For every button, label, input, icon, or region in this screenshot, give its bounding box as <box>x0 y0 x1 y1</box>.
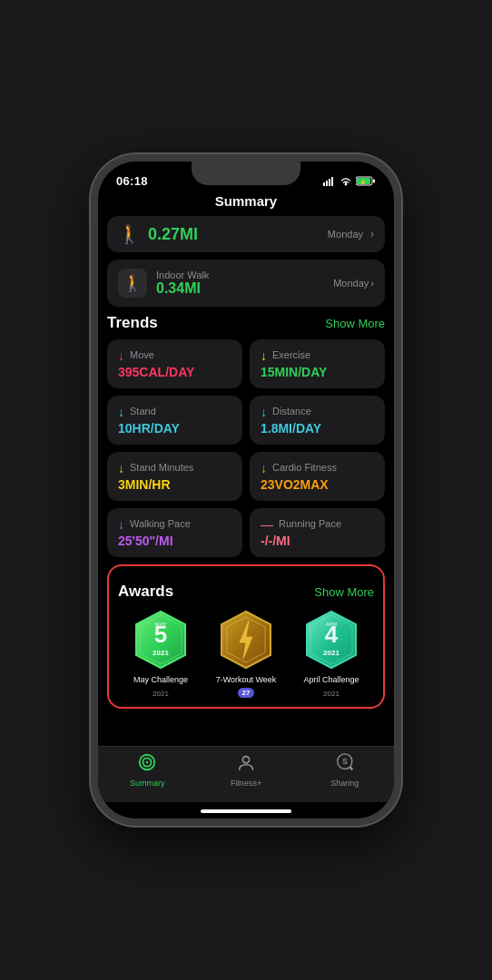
walking-pace-arrow: ↓ <box>118 517 124 532</box>
move-arrow: ↓ <box>118 348 124 363</box>
trend-distance: ↓ Distance 1.8MI/DAY <box>250 396 385 445</box>
walking-pace-label: Walking Pace <box>130 518 191 529</box>
status-bar: 06:18 ⚡ <box>98 162 394 191</box>
indoor-walk-label: Indoor Walk <box>156 270 324 280</box>
trend-cardio: ↓ Cardio Fitness 23VO2MAX <box>250 452 385 501</box>
awards-show-more[interactable]: Show More <box>314 585 374 599</box>
indoor-walk-icon: 🚶 <box>123 273 143 293</box>
svg-text:2021: 2021 <box>323 649 339 657</box>
trend-running-pace: — Running Pace -/-/MI <box>250 508 385 557</box>
indoor-walk-value: 0.34MI <box>156 280 324 297</box>
trends-title: Trends <box>107 314 158 332</box>
stand-min-label: Stand Minutes <box>130 462 193 473</box>
walk1-chevron: › <box>370 228 374 240</box>
indoor-walk-info: Indoor Walk 0.34MI <box>156 270 324 297</box>
april-award-name: April Challenge <box>303 675 359 686</box>
battery-icon: ⚡ <box>356 176 376 186</box>
svg-text:S: S <box>342 758 348 766</box>
svg-rect-6 <box>373 180 375 183</box>
home-indicator-container <box>98 802 394 818</box>
stand-min-arrow: ↓ <box>118 461 124 475</box>
wifi-icon <box>339 177 352 186</box>
running-pace-value: -/-/MI <box>261 534 374 548</box>
tab-sharing[interactable]: S Sharing <box>295 752 394 788</box>
trends-header: Trends Show More <box>107 314 385 332</box>
indoor-walk-icon-bg: 🚶 <box>118 269 147 298</box>
awards-section: Awards Show More <box>107 564 385 709</box>
tab-bar: Summary Fitness+ S Sharin <box>98 746 394 802</box>
exercise-label: Exercise <box>272 349 310 360</box>
trend-stand-minutes: ↓ Stand Minutes 3MIN/HR <box>107 452 242 501</box>
cardio-value: 23VO2MAX <box>261 477 374 492</box>
nav-title: Summary <box>98 191 394 216</box>
may-award-name: May Challenge <box>133 675 188 686</box>
workout-badge <box>214 608 278 671</box>
award-may[interactable]: 5 2021 MAY May Challenge 2021 <box>124 608 197 698</box>
tab-fitness[interactable]: Fitness+ <box>197 752 296 788</box>
indoor-walk-day: Monday › <box>333 278 374 289</box>
trends-grid: ↓ Move 395CAL/DAY ↓ Exercise 15MIN/DAY <box>107 339 385 557</box>
trend-walking-pace: ↓ Walking Pace 25'50"/MI <box>107 508 242 557</box>
activity-row-walk1: 🚶 0.27MI Monday › <box>107 216 385 252</box>
fitness-icon <box>236 752 256 777</box>
distance-arrow: ↓ <box>261 405 267 419</box>
exercise-arrow: ↓ <box>261 348 267 363</box>
walk1-icon: 🚶 <box>118 223 141 245</box>
sharing-icon: S <box>335 752 355 777</box>
stand-label: Stand <box>130 406 156 416</box>
workout-count: 27 <box>238 688 255 698</box>
trend-move: ↓ Move 395CAL/DAY <box>107 339 242 388</box>
stand-min-value: 3MIN/HR <box>118 477 231 492</box>
activity-row-indoor: 🚶 Indoor Walk 0.34MI Monday › <box>107 260 385 307</box>
exercise-value: 15MIN/DAY <box>261 365 374 379</box>
walk1-value: 0.27MI <box>148 225 320 244</box>
tab-summary-label: Summary <box>130 779 165 788</box>
may-award-year: 2021 <box>153 690 169 698</box>
phone-frame: 06:18 ⚡ <box>91 154 401 826</box>
svg-text:APR: APR <box>326 622 338 627</box>
trends-show-more[interactable]: Show More <box>325 317 385 330</box>
awards-grid: 5 2021 MAY May Challenge 2021 <box>118 608 374 698</box>
running-pace-label: Running Pace <box>279 518 341 529</box>
distance-value: 1.8MI/DAY <box>261 421 374 436</box>
status-icons: ⚡ <box>323 176 376 186</box>
signal-icon <box>323 177 336 186</box>
svg-point-24 <box>242 757 249 763</box>
stand-arrow: ↓ <box>118 405 124 419</box>
tab-sharing-label: Sharing <box>330 779 359 788</box>
tab-summary[interactable]: Summary <box>98 752 197 788</box>
svg-text:⚡: ⚡ <box>359 179 367 186</box>
walking-pace-value: 25'50"/MI <box>118 534 231 548</box>
svg-rect-2 <box>329 179 330 186</box>
award-april[interactable]: 4 2021 APR April Challenge 2021 <box>295 608 368 698</box>
trend-stand: ↓ Stand 10HR/DAY <box>107 396 242 445</box>
april-award-year: 2021 <box>323 690 339 698</box>
home-indicator <box>201 809 291 813</box>
svg-rect-3 <box>331 177 333 186</box>
stand-value: 10HR/DAY <box>118 421 231 436</box>
trend-exercise: ↓ Exercise 15MIN/DAY <box>250 339 385 388</box>
screen: 06:18 ⚡ <box>98 162 394 818</box>
may-badge: 5 2021 MAY <box>129 608 192 671</box>
svg-rect-1 <box>326 181 328 186</box>
running-pace-arrow: — <box>261 517 273 532</box>
workout-award-name: 7-Workout Week <box>216 675 277 686</box>
award-workout[interactable]: 7-Workout Week 27 <box>210 608 282 698</box>
walk1-day: Monday <box>328 229 363 240</box>
svg-rect-0 <box>323 182 325 186</box>
cardio-arrow: ↓ <box>261 461 267 475</box>
april-badge: 4 2021 APR <box>300 608 363 671</box>
distance-label: Distance <box>272 406 311 416</box>
svg-point-4 <box>345 183 348 186</box>
svg-point-23 <box>146 761 149 764</box>
svg-text:MAY: MAY <box>155 622 167 627</box>
status-time: 06:18 <box>116 174 148 188</box>
content-scroll[interactable]: 🚶 0.27MI Monday › 🚶 Indoor Walk 0.34MI M… <box>98 216 394 746</box>
move-label: Move <box>130 349 154 360</box>
cardio-label: Cardio Fitness <box>272 462 337 473</box>
awards-title: Awards <box>118 583 173 601</box>
awards-header: Awards Show More <box>118 583 374 601</box>
svg-text:2021: 2021 <box>153 649 169 657</box>
move-value: 395CAL/DAY <box>118 365 231 379</box>
tab-fitness-label: Fitness+ <box>231 779 261 788</box>
